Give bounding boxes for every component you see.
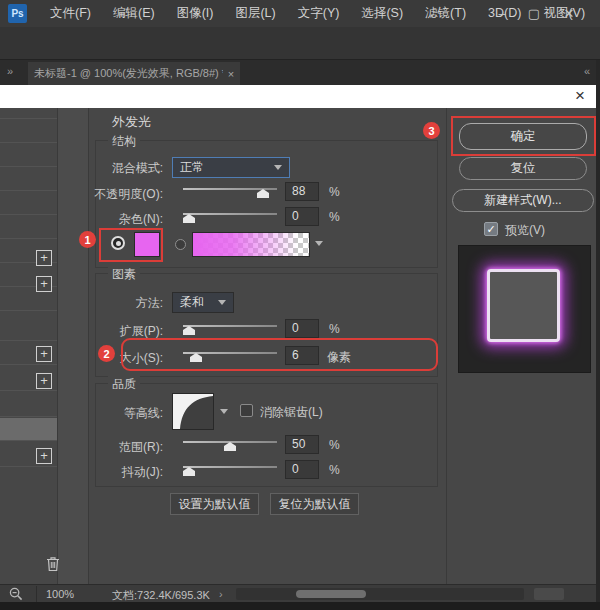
jitter-field[interactable]: 0 bbox=[285, 460, 319, 479]
method-dropdown[interactable]: 柔和 bbox=[172, 292, 234, 313]
title-bar: Ps 文件(F) 编辑(E) 图像(I) 图层(L) 文字(Y) 选择(S) 滤… bbox=[0, 0, 600, 27]
horizontal-scrollbar[interactable] bbox=[236, 588, 524, 600]
slider-thumb[interactable] bbox=[183, 214, 195, 223]
solid-color-radio[interactable] bbox=[111, 236, 125, 250]
status-doc-info[interactable]: 文档:732.4K/695.3K bbox=[112, 588, 210, 603]
layer-style-dialog-header bbox=[0, 85, 596, 108]
spread-unit: % bbox=[329, 322, 340, 336]
blend-mode-dropdown[interactable]: 正常 bbox=[172, 157, 290, 178]
structure-group-label: 结构 bbox=[108, 133, 140, 150]
divider bbox=[57, 108, 58, 584]
scrollbar-thumb[interactable] bbox=[296, 590, 366, 598]
styles-list-selected-row[interactable] bbox=[0, 418, 57, 440]
gradient-bar[interactable] bbox=[192, 232, 310, 257]
new-style-button[interactable]: 新建样式(W)... bbox=[452, 189, 594, 212]
spread-label: 扩展(P): bbox=[88, 323, 163, 340]
size-unit: 像素 bbox=[327, 349, 351, 366]
chevron-down-icon bbox=[218, 300, 226, 305]
glow-color-swatch[interactable] bbox=[134, 232, 160, 257]
gradient-radio[interactable] bbox=[175, 239, 186, 250]
jitter-label: 抖动(J): bbox=[88, 464, 163, 481]
ok-button[interactable]: 确定 bbox=[459, 123, 587, 150]
window-bottom-edge bbox=[0, 602, 600, 610]
blend-mode-value: 正常 bbox=[180, 159, 204, 176]
contour-picker[interactable] bbox=[172, 393, 214, 430]
contour-curve-icon bbox=[173, 394, 213, 429]
document-tab[interactable]: 未标题-1 @ 100%(发光效果, RGB/8#) * × bbox=[28, 62, 240, 85]
collapse-right-icon[interactable]: « bbox=[584, 65, 590, 77]
chevron-down-icon bbox=[274, 165, 282, 170]
opacity-field[interactable]: 88 bbox=[285, 182, 319, 201]
range-field[interactable]: 50 bbox=[285, 435, 319, 454]
dialog-close-icon[interactable]: × bbox=[568, 86, 592, 106]
add-style-icon[interactable]: + bbox=[36, 276, 52, 292]
radio-dot bbox=[116, 241, 121, 246]
reset-button[interactable]: 复位 bbox=[459, 157, 587, 180]
add-style-icon[interactable]: + bbox=[36, 448, 52, 464]
style-preview-thumbnail bbox=[458, 245, 591, 373]
add-style-icon[interactable]: + bbox=[36, 373, 52, 389]
gradient-chevron-icon[interactable] bbox=[315, 241, 323, 246]
maximize-button[interactable]: ▢ bbox=[521, 0, 547, 27]
slider-thumb[interactable] bbox=[224, 442, 236, 451]
quality-group-label: 品质 bbox=[108, 376, 140, 393]
photoshop-logo-icon[interactable]: Ps bbox=[8, 4, 27, 23]
menu-file[interactable]: 文件(F) bbox=[39, 0, 102, 27]
spread-slider[interactable] bbox=[183, 321, 277, 335]
jitter-unit: % bbox=[329, 463, 340, 477]
spread-field[interactable]: 0 bbox=[285, 319, 319, 338]
jitter-slider[interactable] bbox=[183, 462, 277, 476]
menu-type[interactable]: 文字(Y) bbox=[287, 0, 351, 27]
size-label: 大小(S): bbox=[88, 350, 163, 367]
slider-thumb[interactable] bbox=[183, 326, 195, 335]
add-style-icon[interactable]: + bbox=[36, 346, 52, 362]
tool-options-bar: 滚动所有窗口 100% 适合屏幕 填充屏幕 bbox=[0, 27, 600, 60]
add-style-icon[interactable]: + bbox=[36, 250, 52, 266]
slider-track bbox=[183, 466, 277, 468]
range-slider[interactable] bbox=[183, 437, 277, 451]
noise-field[interactable]: 0 bbox=[285, 207, 319, 226]
minimize-button[interactable]: – bbox=[489, 0, 515, 27]
status-zoom-level[interactable]: 100% bbox=[46, 588, 74, 600]
slider-thumb[interactable] bbox=[183, 467, 195, 476]
menu-image[interactable]: 图像(I) bbox=[166, 0, 225, 27]
tab-close-icon[interactable]: × bbox=[228, 68, 234, 80]
opacity-label: 不透明度(O): bbox=[88, 186, 163, 203]
document-tab-bar: » 未标题-1 @ 100%(发光效果, RGB/8#) * × « bbox=[0, 60, 600, 85]
size-slider[interactable] bbox=[183, 348, 277, 362]
styles-list-scroll-gutter[interactable] bbox=[58, 108, 88, 584]
antialias-checkbox[interactable] bbox=[240, 404, 253, 417]
make-default-button[interactable]: 设置为默认值 bbox=[170, 493, 259, 515]
opacity-slider[interactable] bbox=[183, 184, 277, 198]
size-field[interactable]: 6 bbox=[285, 346, 319, 365]
close-window-button[interactable]: ✕ bbox=[556, 0, 582, 27]
range-unit: % bbox=[329, 438, 340, 452]
contour-label: 等高线: bbox=[88, 405, 163, 422]
noise-unit: % bbox=[329, 210, 340, 224]
noise-slider[interactable] bbox=[183, 209, 277, 223]
slider-thumb[interactable] bbox=[257, 189, 269, 198]
delete-style-trash-icon[interactable] bbox=[46, 556, 60, 572]
layer-style-dialog-body: + + + + + 外发光 结构 混合模式: 正常 不透明度(O): 88 % … bbox=[0, 108, 596, 584]
photoshop-window: Ps 文件(F) 编辑(E) 图像(I) 图层(L) 文字(Y) 选择(S) 滤… bbox=[0, 0, 600, 610]
zoom-tool-icon[interactable] bbox=[9, 587, 23, 601]
document-tab-title: 未标题-1 @ 100%(发光效果, RGB/8#) * bbox=[34, 66, 223, 81]
preview-checkbox[interactable]: ✓ bbox=[484, 222, 498, 236]
status-bar: 100% 文档:732.4K/695.3K › bbox=[0, 584, 600, 602]
menu-layer[interactable]: 图层(L) bbox=[224, 0, 286, 27]
slider-thumb[interactable] bbox=[190, 353, 202, 362]
reset-default-button[interactable]: 复位为默认值 bbox=[270, 493, 359, 515]
gradient-fade bbox=[193, 233, 309, 256]
opacity-unit: % bbox=[329, 185, 340, 199]
menu-edit[interactable]: 编辑(E) bbox=[102, 0, 166, 27]
contour-chevron-icon[interactable] bbox=[220, 409, 228, 414]
resize-grip[interactable] bbox=[534, 588, 564, 600]
slider-track bbox=[183, 213, 277, 215]
menu-select[interactable]: 选择(S) bbox=[350, 0, 414, 27]
method-value: 柔和 bbox=[180, 294, 204, 311]
status-chevron-icon[interactable]: › bbox=[219, 588, 223, 600]
blend-mode-label: 混合模式: bbox=[88, 160, 163, 177]
collapse-left-icon[interactable]: » bbox=[7, 65, 13, 77]
menu-filter[interactable]: 滤镜(T) bbox=[414, 0, 477, 27]
antialias-label: 消除锯齿(L) bbox=[260, 404, 323, 421]
